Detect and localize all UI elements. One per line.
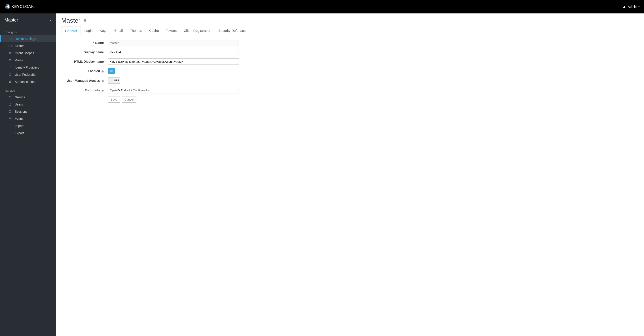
- sidebar-item-user-federation[interactable]: User Federation: [0, 71, 56, 78]
- content: Master General Login Keys Email Themes C…: [56, 14, 644, 336]
- sidebar-item-label: Roles: [15, 59, 23, 62]
- endpoints-label: Endpoints ◉: [61, 88, 108, 92]
- scope-icon: [8, 52, 12, 55]
- sidebar-item-import[interactable]: Import: [0, 122, 56, 129]
- toggle-thumb: [115, 68, 120, 74]
- realm-name: Master: [4, 18, 18, 23]
- help-icon[interactable]: ◉: [102, 79, 104, 82]
- cancel-button[interactable]: Cancel: [122, 97, 136, 103]
- sidebar-item-sessions[interactable]: Sessions: [0, 108, 56, 115]
- svg-rect-26: [9, 118, 12, 120]
- list-icon: [8, 59, 12, 62]
- display-name-input[interactable]: [108, 49, 239, 55]
- sidebar-item-label: Client Scopes: [15, 51, 34, 55]
- section-label-configure: Configure: [0, 27, 56, 35]
- svg-point-20: [9, 73, 11, 74]
- name-label: * Name: [61, 41, 108, 45]
- tab-keys[interactable]: Keys: [96, 27, 111, 35]
- help-icon[interactable]: ◉: [102, 70, 104, 73]
- tab-security-defenses[interactable]: Security Defenses: [215, 27, 249, 35]
- chevron-down-icon: ⌄: [50, 19, 52, 21]
- sidebar-item-label: Realm Settings: [15, 37, 36, 41]
- svg-point-23: [10, 97, 11, 97]
- tab-login[interactable]: Login: [81, 27, 96, 35]
- svg-text:KEYCLOAK: KEYCLOAK: [12, 4, 34, 9]
- enabled-toggle[interactable]: ON: [108, 68, 120, 74]
- sidebar-item-label: Import: [15, 124, 24, 128]
- toggle-off-label: OFF: [113, 78, 120, 83]
- keycloak-logo[interactable]: KEYCLOAK: [4, 4, 42, 10]
- sidebar-item-label: Clients: [15, 44, 24, 48]
- tab-themes[interactable]: Themes: [126, 27, 146, 35]
- sidebar-item-label: Authentication: [15, 80, 35, 84]
- sidebar-item-client-scopes[interactable]: Client Scopes: [0, 50, 56, 57]
- users-icon: [8, 96, 12, 99]
- clock-icon: [8, 110, 12, 113]
- svg-point-15: [9, 53, 10, 54]
- lock-icon: [8, 80, 12, 83]
- html-display-name-input[interactable]: [108, 59, 239, 65]
- svg-line-13: [10, 46, 12, 46]
- sidebar-item-realm-settings[interactable]: Realm Settings: [0, 35, 56, 42]
- section-label-manage: Manage: [0, 85, 56, 94]
- sidebar-item-label: Sessions: [15, 110, 28, 113]
- user-menu[interactable]: Admin ▾: [618, 0, 640, 14]
- sliders-icon: [8, 37, 12, 40]
- user-icon: [8, 103, 12, 106]
- help-icon[interactable]: ◉: [102, 89, 104, 92]
- sidebar-item-authentication[interactable]: Authentication: [0, 78, 56, 85]
- svg-point-16: [10, 53, 12, 54]
- svg-point-4: [624, 6, 625, 7]
- user-icon: [623, 5, 626, 8]
- sidebar-item-label: Users: [15, 103, 23, 106]
- name-input[interactable]: [108, 40, 239, 46]
- toggle-on-label: ON: [108, 68, 115, 74]
- sidebar-item-label: Groups: [15, 95, 25, 99]
- display-name-label: Display name: [61, 50, 108, 54]
- uma-toggle[interactable]: OFF: [108, 77, 120, 84]
- chevron-down-icon: ▾: [638, 6, 640, 8]
- svg-point-24: [10, 103, 11, 104]
- tab-email[interactable]: Email: [111, 27, 126, 35]
- enabled-label: Enabled ◉: [61, 69, 108, 73]
- endpoints-link[interactable]: OpenID Endpoint Configuration: [108, 87, 239, 93]
- page-title: Master: [61, 17, 80, 24]
- user-label: Admin: [628, 5, 636, 9]
- form: * Name Display name HTML Display name En…: [61, 40, 639, 103]
- tab-client-registration[interactable]: Client Registration: [180, 27, 215, 35]
- export-icon: [8, 131, 12, 135]
- tab-tokens[interactable]: Tokens: [162, 27, 180, 35]
- sidebar-item-identity-providers[interactable]: Identity Providers: [0, 64, 56, 71]
- trash-icon[interactable]: [83, 18, 87, 23]
- svg-point-10: [11, 38, 12, 39]
- sidebar-item-label: User Federation: [15, 73, 37, 76]
- html-display-name-label: HTML Display name: [61, 60, 108, 63]
- save-button[interactable]: Save: [108, 97, 120, 103]
- svg-rect-21: [9, 82, 11, 83]
- sidebar-item-users[interactable]: Users: [0, 101, 56, 108]
- realm-switcher[interactable]: Master ⌄: [0, 14, 56, 27]
- database-icon: [8, 73, 12, 76]
- uma-label: User-Managed Access ◉: [61, 79, 108, 82]
- tab-general[interactable]: General: [61, 27, 81, 35]
- cube-icon: [8, 44, 12, 48]
- svg-line-12: [9, 46, 10, 46]
- import-icon: [8, 124, 12, 127]
- sidebar-item-events[interactable]: Events: [0, 115, 56, 122]
- sidebar-item-export[interactable]: Export: [0, 129, 56, 137]
- sidebar-item-label: Events: [15, 117, 24, 120]
- sidebar-item-clients[interactable]: Clients: [0, 42, 56, 50]
- tab-cache[interactable]: Cache: [146, 27, 162, 35]
- topbar: KEYCLOAK Admin ▾: [0, 0, 644, 14]
- svg-point-9: [10, 39, 10, 39]
- sidebar-item-roles[interactable]: Roles: [0, 57, 56, 64]
- exchange-icon: [8, 66, 12, 69]
- toggle-thumb: [108, 78, 113, 83]
- calendar-icon: [8, 117, 12, 120]
- svg-point-22: [10, 96, 10, 97]
- sidebar: Master ⌄ Configure Realm Settings Client…: [0, 14, 56, 336]
- sidebar-item-groups[interactable]: Groups: [0, 94, 56, 101]
- sidebar-item-label: Identity Providers: [15, 66, 39, 69]
- svg-point-8: [9, 38, 9, 39]
- tablist: General Login Keys Email Themes Cache To…: [61, 27, 639, 35]
